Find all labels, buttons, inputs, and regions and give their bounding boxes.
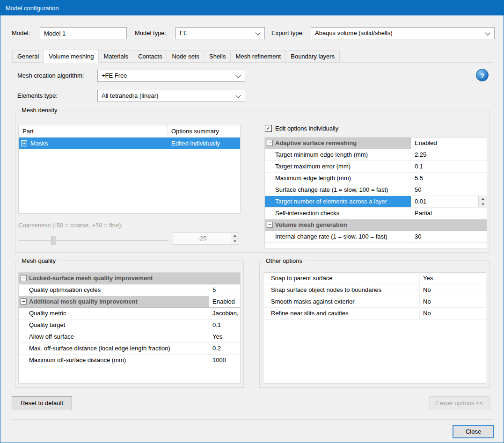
tab-boundary-layers[interactable]: Boundary layers: [285, 51, 340, 62]
grid-row[interactable]: Max. off-surface distance (local edge le…: [19, 343, 240, 355]
property-name-cell[interactable]: Quality optimisation cycles: [19, 284, 209, 296]
grid-row[interactable]: Surface change rate (1 = slow, 100 = fas…: [265, 184, 487, 196]
property-name-cell[interactable]: Maximum off-surface distance (mm): [19, 355, 209, 366]
property-name-cell[interactable]: Internal change rate (1 = slow, 100 = fa…: [265, 231, 411, 242]
spinner-up-button[interactable]: [478, 196, 487, 202]
property-name-cell[interactable]: Target maximum error (mm): [265, 161, 411, 172]
property-value-cell[interactable]: Partial: [411, 208, 487, 219]
grid-row-selected[interactable]: Target number of elements across a layer…: [265, 196, 487, 208]
property-name-cell[interactable]: Quality metric: [19, 308, 209, 319]
parts-column-options-summary[interactable]: Options summary: [168, 125, 240, 137]
grid-row[interactable]: Maximum edge length (mm) 5.5: [265, 173, 487, 184]
property-name-cell[interactable]: Smooth masks against exterior: [263, 296, 420, 307]
grid-group-row[interactable]: − Volume mesh generation: [265, 219, 487, 231]
property-value-cell[interactable]: 0.2: [209, 343, 240, 354]
property-value-cell[interactable]: Yes: [420, 273, 486, 284]
property-value: Enabled: [212, 298, 235, 305]
grid-row[interactable]: Maximum off-surface distance (mm) 1000: [19, 355, 240, 366]
parts-column-part[interactable]: Part: [19, 125, 168, 137]
grid-row[interactable]: Smooth masks against exterior No: [263, 296, 486, 308]
tab-node-sets[interactable]: Node sets: [167, 51, 205, 62]
property-name-cell[interactable]: − Volume mesh generation: [265, 219, 411, 231]
property-value-cell[interactable]: Enabled: [209, 296, 240, 307]
parts-row-masks[interactable]: + Masks Edited individually: [19, 138, 240, 149]
property-name: Snap surface object nodes to boundaries: [271, 286, 381, 293]
property-value-cell[interactable]: 5.5: [411, 173, 487, 184]
checkbox-check-icon[interactable]: ✓: [265, 125, 272, 132]
reset-to-default-button[interactable]: Reset to default: [12, 396, 72, 410]
grid-row[interactable]: Allow off-surface Yes: [19, 331, 240, 343]
model-type-select[interactable]: FE: [175, 27, 265, 39]
grid-row[interactable]: Target maximum error (mm) 0.1: [265, 161, 487, 173]
property-value-cell[interactable]: Enabled: [411, 138, 487, 149]
property-name-cell[interactable]: − Adaptive surface remeshing: [265, 138, 411, 149]
part-summary-cell[interactable]: Edited individually: [168, 138, 240, 149]
grid-row[interactable]: Internal change rate (1 = slow, 100 = fa…: [265, 231, 487, 243]
grid-group-row[interactable]: − Additional mesh quality improvement En…: [19, 296, 240, 308]
collapse-icon[interactable]: −: [21, 275, 27, 281]
spinner-down-button[interactable]: [478, 202, 487, 208]
help-button[interactable]: ?: [476, 69, 489, 81]
titlebar[interactable]: Model configuration: [0, 0, 504, 15]
close-button[interactable]: Close: [453, 425, 494, 438]
property-name-cell[interactable]: Refine near slits and cavities: [263, 308, 420, 319]
tab-contacts[interactable]: Contacts: [133, 51, 167, 62]
grid-row[interactable]: Quality target 0.1: [19, 320, 240, 331]
property-value-cell[interactable]: No: [420, 296, 486, 307]
tab-general[interactable]: General: [12, 51, 44, 62]
property-name-cell[interactable]: − Additional mesh quality improvement: [19, 296, 209, 307]
property-name-cell[interactable]: Quality target: [19, 320, 209, 331]
grid-group-row[interactable]: − Locked-surface mesh quality improvemen…: [19, 273, 240, 284]
grid-row[interactable]: Snap surface object nodes to boundaries …: [263, 284, 486, 296]
grid-row[interactable]: Quality metric Jacobian, in: [19, 308, 240, 320]
property-value-cell[interactable]: No: [420, 308, 486, 319]
export-type-select[interactable]: Abaqus volume (solid/shells): [311, 27, 495, 39]
collapse-icon[interactable]: −: [267, 140, 273, 146]
property-value-cell[interactable]: [411, 219, 487, 231]
property-name-cell[interactable]: Maximum edge length (mm): [265, 173, 411, 184]
part-name-cell[interactable]: + Masks: [19, 138, 168, 149]
property-name-cell[interactable]: Target minimum edge length (mm): [265, 149, 411, 160]
grid-row[interactable]: Snap to parent surface Yes: [263, 273, 486, 284]
tab-shells[interactable]: Shells: [204, 51, 231, 62]
model-name-input[interactable]: [40, 27, 127, 39]
property-name-cell[interactable]: Snap surface object nodes to boundaries: [263, 284, 420, 296]
grid-row[interactable]: Refine near slits and cavities No: [263, 308, 486, 320]
property-value-cell[interactable]: 0.1: [411, 161, 487, 172]
property-name-cell[interactable]: Self-intersection checks: [265, 208, 411, 219]
expand-icon[interactable]: +: [21, 140, 27, 146]
property-name: Quality metric: [29, 310, 66, 317]
property-value-cell[interactable]: 0.01: [411, 196, 487, 207]
property-value-cell[interactable]: 50: [411, 184, 487, 196]
property-value-cell[interactable]: [209, 273, 240, 284]
property-name-cell[interactable]: Max. off-surface distance (local edge le…: [19, 343, 209, 354]
property-name-cell[interactable]: − Locked-surface mesh quality improvemen…: [19, 273, 209, 284]
edit-options-individually-checkbox[interactable]: ✓ Edit options individually: [265, 125, 338, 132]
property-value-cell[interactable]: 2.25: [411, 149, 487, 160]
grid-row[interactable]: Target minimum edge length (mm) 2.25: [265, 149, 487, 161]
collapse-icon[interactable]: −: [267, 222, 273, 228]
property-name-cell[interactable]: Snap to parent surface: [263, 273, 420, 284]
property-value-cell[interactable]: No: [420, 284, 486, 296]
property-value-cell[interactable]: 0.1: [209, 320, 240, 331]
elements-type-select[interactable]: All tetrahedra (linear): [97, 90, 245, 102]
tab-volume-meshing[interactable]: Volume meshing: [44, 50, 99, 63]
grid-row[interactable]: Self-intersection checks Partial: [265, 208, 487, 219]
property-name-cell[interactable]: Surface change rate (1 = slow, 100 = fas…: [265, 184, 411, 196]
collapse-icon[interactable]: −: [21, 298, 27, 305]
grid-group-row[interactable]: − Adaptive surface remeshing Enabled: [265, 138, 487, 149]
tab-materials[interactable]: Materials: [98, 51, 133, 62]
mesh-creation-algorithm-select[interactable]: +FE Free: [97, 70, 245, 82]
property-value-cell[interactable]: 5: [209, 284, 240, 296]
property-value-cell[interactable]: Jacobian, in: [209, 308, 240, 319]
property-value-cell[interactable]: 30: [411, 231, 487, 242]
mesh-creation-algorithm-value: +FE Free: [102, 72, 127, 79]
parts-table-header: Part Options summary: [19, 125, 240, 138]
property-value-cell[interactable]: 1000: [209, 355, 240, 366]
arrow-down-icon: [234, 240, 236, 242]
property-name-cell[interactable]: Allow off-surface: [19, 331, 209, 342]
property-value-cell[interactable]: Yes: [209, 331, 240, 342]
tab-mesh-refinement[interactable]: Mesh refinement: [230, 51, 286, 62]
property-name-cell[interactable]: Target number of elements across a layer: [265, 196, 411, 207]
grid-row[interactable]: Quality optimisation cycles 5: [19, 284, 240, 296]
